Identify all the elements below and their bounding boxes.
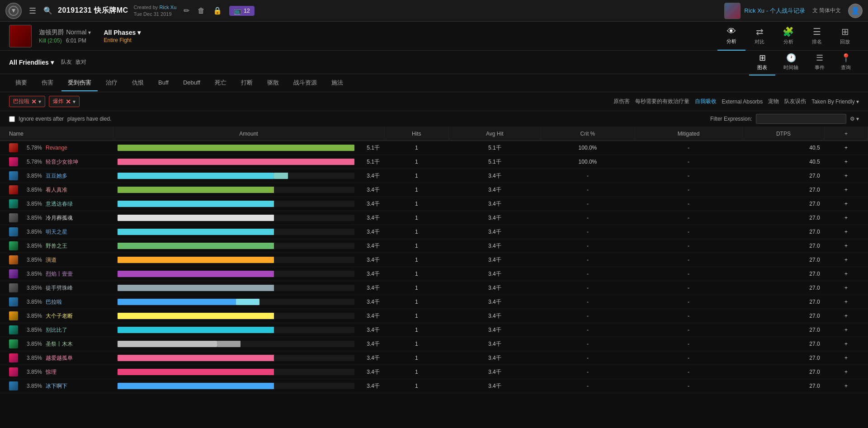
player-name[interactable]: 演道	[46, 256, 57, 264]
player-name[interactable]: 明天之星	[46, 228, 67, 236]
user-avatar-circle[interactable]: 👤	[848, 4, 863, 18]
friendlies-selector[interactable]: All Friendlies ▾	[9, 59, 54, 66]
cell-plus[interactable]: +	[825, 239, 868, 253]
tab-interrupt[interactable]: 打断	[235, 75, 259, 91]
settings-icon[interactable]: ⚙ ▾	[850, 116, 859, 122]
tab-damage[interactable]: 伤害	[35, 75, 60, 91]
player-name[interactable]: 大个子老断	[46, 312, 73, 320]
player-name[interactable]: 意透达春绿	[46, 200, 73, 208]
second-nav-chart[interactable]: ⊞ 图表	[749, 49, 775, 75]
filter-pill2-arrow[interactable]: ▾	[73, 99, 75, 105]
filter-ext-absorb[interactable]: External Absorbs	[722, 99, 763, 105]
cell-plus[interactable]: +	[825, 183, 868, 197]
user-profile[interactable]: Rick Xu - 个人战斗记录	[724, 3, 805, 19]
tab-death[interactable]: 死亡	[208, 75, 233, 91]
tab-buff[interactable]: Buff	[152, 75, 175, 90]
friendly-tag[interactable]: 队友	[61, 58, 72, 66]
player-name[interactable]: 烈焰丨壹壹	[46, 270, 73, 278]
col-header-plus[interactable]: +	[825, 127, 868, 141]
lock-button[interactable]: 🔒	[211, 5, 224, 17]
cell-amount: 3.4千	[113, 211, 384, 225]
nav-rank[interactable]: ☰ 排名	[803, 22, 831, 51]
cell-plus[interactable]: +	[825, 323, 868, 337]
col-header-amount[interactable]: Amount	[113, 127, 384, 141]
player-name[interactable]: 看人真准	[46, 186, 67, 194]
filter-raw[interactable]: 原伤害	[613, 98, 630, 105]
boss-dropdown[interactable]: ▾	[88, 29, 91, 36]
tab-cast[interactable]: 施法	[325, 75, 349, 91]
filter-hps[interactable]: 每秒需要的有效治疗量	[635, 98, 689, 105]
cell-plus[interactable]: +	[825, 253, 868, 267]
search-icon[interactable]: 🔍	[43, 6, 52, 15]
cell-plus[interactable]: +	[825, 267, 868, 281]
col-header-crit[interactable]: Crit %	[541, 127, 635, 141]
cell-plus[interactable]: +	[825, 155, 868, 169]
cell-plus[interactable]: +	[825, 225, 868, 239]
enemy-tag[interactable]: 敌对	[75, 58, 86, 66]
col-header-hits[interactable]: Hits	[384, 127, 449, 141]
filter-friendly-err[interactable]: 队友误伤	[784, 98, 806, 105]
filter-pill-2[interactable]: 爆炸 ✕ ▾	[49, 96, 80, 107]
filter-pill1-close[interactable]: ✕	[31, 98, 37, 105]
col-header-avg-hit[interactable]: Avg Hit	[449, 127, 541, 141]
player-name[interactable]: 轻音少女徐坤	[46, 158, 78, 166]
filter-absorb[interactable]: 自我吸收	[695, 98, 717, 105]
player-name[interactable]: Revange	[46, 145, 67, 151]
cell-plus[interactable]: +	[825, 211, 868, 225]
tab-summary[interactable]: 摘要	[9, 75, 33, 91]
cell-plus[interactable]: +	[825, 169, 868, 183]
filter-taken-by[interactable]: Taken By Friendly ▾	[811, 99, 859, 105]
col-header-dtps[interactable]: DTPS	[742, 127, 824, 141]
player-name[interactable]: 豆豆她多	[46, 172, 67, 180]
second-nav-events[interactable]: ☰ 事件	[807, 49, 833, 75]
player-name[interactable]: 冷月葬孤魂	[46, 214, 73, 222]
cell-plus[interactable]: +	[825, 197, 868, 211]
player-name[interactable]: 巴拉啦	[46, 298, 62, 306]
filter-pet[interactable]: 宠物	[768, 98, 779, 105]
phase-name[interactable]: All Phases ▾	[104, 29, 141, 36]
filter-expr-input[interactable]	[756, 114, 846, 124]
cell-plus[interactable]: +	[825, 351, 868, 365]
nav-analyze[interactable]: 👁 分析	[717, 22, 745, 51]
cell-crit: -	[541, 239, 635, 253]
language-selector[interactable]: 文 简体中文	[812, 7, 841, 14]
tab-healing[interactable]: 治疗	[99, 75, 124, 91]
twitch-badge[interactable]: 📺 12	[229, 6, 254, 16]
player-name[interactable]: 圣祭丨木木	[46, 340, 73, 348]
delete-button[interactable]: 🗑	[196, 5, 207, 17]
second-nav-query[interactable]: 📍 查询	[833, 49, 859, 75]
player-name[interactable]: 徒手劈珠峰	[46, 284, 73, 292]
cell-plus[interactable]: +	[825, 295, 868, 309]
nav-replay[interactable]: ⊞ 回放	[831, 22, 859, 51]
author-link[interactable]: Rick Xu	[159, 5, 176, 10]
nav-compare[interactable]: ⇄ 对比	[745, 22, 774, 51]
player-name[interactable]: 惊理	[46, 368, 57, 376]
cell-plus[interactable]: +	[825, 337, 868, 351]
tab-dispel[interactable]: 驱散	[261, 75, 285, 91]
ignore-checkbox[interactable]	[9, 116, 15, 122]
cell-plus[interactable]: +	[825, 281, 868, 295]
cell-plus[interactable]: +	[825, 309, 868, 323]
col-header-mitigated[interactable]: Mitigated	[635, 127, 742, 141]
cell-amount: 3.4千	[113, 337, 384, 351]
player-name[interactable]: 野兽之王	[46, 242, 67, 250]
cell-plus[interactable]: +	[825, 365, 868, 379]
filter-pill1-arrow[interactable]: ▾	[38, 99, 41, 105]
col-header-name[interactable]: Name	[0, 127, 113, 141]
tab-threat[interactable]: 仇恨	[126, 75, 150, 91]
edit-button[interactable]: ✏	[182, 5, 191, 17]
second-nav-timeline[interactable]: 🕐 时间轴	[775, 49, 807, 75]
player-name[interactable]: 别比比了	[46, 326, 67, 334]
filter-pill2-close[interactable]: ✕	[66, 98, 71, 105]
player-name[interactable]: 越爱越孤单	[46, 354, 73, 362]
player-name[interactable]: 冰下啊下	[46, 382, 67, 390]
tab-resources[interactable]: 战斗资源	[287, 75, 323, 91]
hamburger-icon[interactable]: ☰	[27, 4, 38, 18]
tab-debuff[interactable]: Debuff	[177, 75, 207, 90]
site-logo[interactable]	[5, 3, 22, 19]
filter-pill-1[interactable]: 巴拉啦 ✕ ▾	[9, 96, 45, 107]
cell-plus[interactable]: +	[825, 379, 868, 393]
tab-taken[interactable]: 受到伤害	[61, 75, 98, 91]
nav-analyze2[interactable]: 🧩 分析	[774, 22, 803, 51]
cell-plus[interactable]: +	[825, 141, 868, 155]
